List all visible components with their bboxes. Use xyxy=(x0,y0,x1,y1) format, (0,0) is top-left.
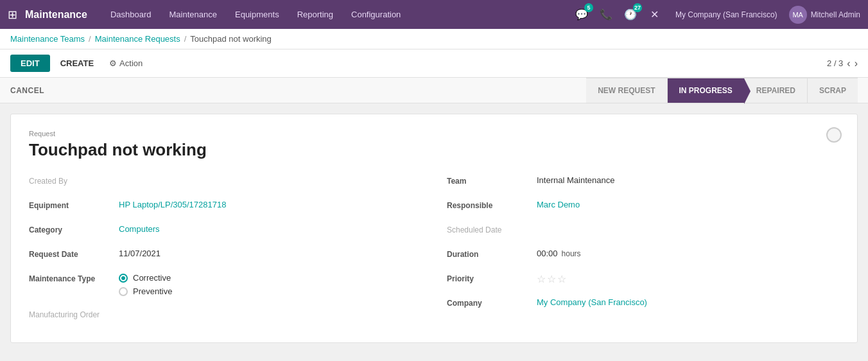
label-team: Team xyxy=(447,175,537,186)
label-scheduled-date: Scheduled Date xyxy=(447,224,537,234)
star-2[interactable]: ☆ xyxy=(547,273,556,285)
value-company[interactable]: My Company (San Francisco) xyxy=(537,297,839,307)
priority-stars: ☆ ☆ ☆ xyxy=(537,273,566,285)
value-request-date[interactable]: 11/07/2021 xyxy=(119,249,421,258)
clock-icon[interactable]: 🕐 27 xyxy=(621,6,639,24)
label-corrective: Corrective xyxy=(133,273,171,283)
row-created-by: Created By xyxy=(29,175,421,193)
app-grid-icon[interactable]: ⊞ xyxy=(8,8,17,22)
label-company: Company xyxy=(447,297,537,308)
radio-dot-preventive xyxy=(119,287,128,296)
form-left: Created By Equipment HP Laptop/LP/305/17… xyxy=(29,175,421,322)
avatar: MA xyxy=(789,6,807,24)
status-step-new-request[interactable]: NEW REQUEST xyxy=(586,78,666,103)
row-scheduled-date: Scheduled Date xyxy=(447,224,839,242)
label-request-date: Request Date xyxy=(29,249,119,259)
value-category[interactable]: Computers xyxy=(119,224,421,234)
row-request-date: Request Date 11/07/2021 xyxy=(29,249,421,267)
maintenance-type-radio-group: Corrective Preventive xyxy=(119,273,172,296)
radio-preventive[interactable]: Preventive xyxy=(119,286,172,296)
row-duration: Duration 00:00 hours xyxy=(447,249,839,267)
label-duration: Duration xyxy=(447,249,537,259)
form-right: Team Internal Maintenance Responsible Ma… xyxy=(447,175,839,322)
breadcrumb-sep-2: / xyxy=(184,34,187,44)
label-maintenance-type: Maintenance Type xyxy=(29,273,119,283)
breadcrumb-sep-1: / xyxy=(89,34,91,44)
chat-badge: 5 xyxy=(584,3,593,12)
label-responsible: Responsible xyxy=(447,200,537,210)
toolbar: EDIT CREATE ⚙ Action 2 / 3 ‹ › xyxy=(0,49,868,78)
duration-field: 00:00 hours xyxy=(537,249,581,258)
chat-icon[interactable]: 💬 5 xyxy=(573,6,591,24)
value-duration[interactable]: 00:00 xyxy=(537,249,558,258)
row-maintenance-type: Maintenance Type Corrective Preventive xyxy=(29,273,421,296)
nav-company: My Company (San Francisco) xyxy=(675,10,777,19)
row-company: Company My Company (San Francisco) xyxy=(447,297,839,315)
row-responsible: Responsible Marc Demo xyxy=(447,200,839,218)
nav-configuration[interactable]: Configuration xyxy=(343,0,408,29)
top-nav-icons: 💬 5 📞 🕐 27 ✕ My Company (San Francisco) … xyxy=(573,6,860,24)
breadcrumb-maintenance-teams[interactable]: Maintenance Teams xyxy=(10,34,85,44)
form-body: Created By Equipment HP Laptop/LP/305/17… xyxy=(29,175,839,322)
nav-dashboard[interactable]: Dashboard xyxy=(103,0,159,29)
radio-dot-corrective xyxy=(119,274,128,283)
form-title[interactable]: Touchpad not working xyxy=(29,140,839,160)
label-preventive: Preventive xyxy=(133,286,172,296)
status-circle-button[interactable] xyxy=(826,127,842,143)
value-team: Internal Maintenance xyxy=(537,175,839,185)
breadcrumb-maintenance-requests[interactable]: Maintenance Requests xyxy=(95,34,180,44)
pager-next-button[interactable]: › xyxy=(855,58,858,69)
duration-unit: hours xyxy=(562,249,581,258)
radio-corrective[interactable]: Corrective xyxy=(119,273,172,283)
row-equipment: Equipment HP Laptop/LP/305/17281718 xyxy=(29,200,421,218)
label-created-by: Created By xyxy=(29,175,119,186)
value-responsible[interactable]: Marc Demo xyxy=(537,200,839,209)
status-step-repaired[interactable]: REPAIRED xyxy=(744,78,807,103)
nav-maintenance[interactable]: Maintenance xyxy=(162,0,225,29)
action-icon: ⚙ xyxy=(109,58,117,68)
form-card: Request Touchpad not working Created By … xyxy=(10,114,858,343)
action-label: Action xyxy=(119,58,143,68)
breadcrumb: Maintenance Teams / Maintenance Requests… xyxy=(0,29,868,49)
close-icon[interactable]: ✕ xyxy=(646,6,664,24)
row-priority: Priority ☆ ☆ ☆ xyxy=(447,273,839,291)
label-category: Category xyxy=(29,224,119,234)
status-bar: CANCEL NEW REQUEST IN PROGRESS REPAIRED … xyxy=(0,78,868,103)
nav-equipments[interactable]: Equipments xyxy=(227,0,287,29)
row-team: Team Internal Maintenance xyxy=(447,175,839,193)
manufacturing-order-link[interactable]: Manufacturing Order xyxy=(29,310,100,319)
phone-icon[interactable]: 📞 xyxy=(597,6,615,24)
cancel-button[interactable]: CANCEL xyxy=(10,86,44,95)
status-step-scrap[interactable]: SCRAP xyxy=(807,78,858,103)
pager-count: 2 / 3 xyxy=(827,58,843,68)
row-category: Category Computers xyxy=(29,224,421,242)
nav-reporting[interactable]: Reporting xyxy=(290,0,341,29)
main-content: Request Touchpad not working Created By … xyxy=(0,103,868,353)
action-button[interactable]: ⚙ Action xyxy=(104,55,148,72)
top-navigation: ⊞ Maintenance Dashboard Maintenance Equi… xyxy=(0,0,868,29)
label-priority: Priority xyxy=(447,273,537,283)
star-3[interactable]: ☆ xyxy=(557,273,566,285)
pager: 2 / 3 ‹ › xyxy=(827,58,858,69)
status-step-in-progress[interactable]: IN PROGRESS xyxy=(667,78,744,103)
label-equipment: Equipment xyxy=(29,200,119,210)
form-request-label: Request xyxy=(29,130,839,137)
value-equipment[interactable]: HP Laptop/LP/305/17281718 xyxy=(119,200,421,209)
breadcrumb-current: Touchpad not working xyxy=(190,34,271,44)
create-button[interactable]: CREATE xyxy=(55,55,99,72)
star-1[interactable]: ☆ xyxy=(537,273,546,285)
pager-prev-button[interactable]: ‹ xyxy=(847,58,850,69)
status-steps: NEW REQUEST IN PROGRESS REPAIRED SCRAP xyxy=(586,78,858,103)
edit-button[interactable]: EDIT xyxy=(10,55,50,72)
nav-user[interactable]: MA Mitchell Admin xyxy=(789,6,860,24)
clock-badge: 27 xyxy=(633,3,642,12)
app-title: Maintenance xyxy=(25,9,87,21)
nav-username: Mitchell Admin xyxy=(811,10,860,19)
